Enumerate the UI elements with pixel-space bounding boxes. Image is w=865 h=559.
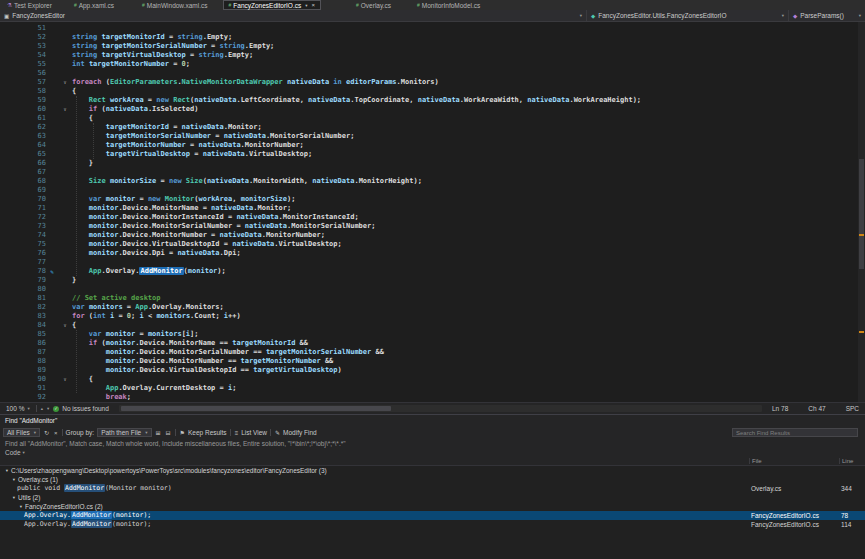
line-number[interactable]: 61 (0, 114, 46, 123)
code-text[interactable]: string targetMonitorId = string.Empty; (72, 33, 865, 42)
code-text[interactable] (72, 69, 865, 78)
member-dropdown[interactable]: ◆ ParseParams() ▾ (789, 10, 865, 21)
code-line[interactable]: 89 monitor.Device.VirtualDesktopId == ta… (0, 366, 865, 375)
code-text[interactable]: for (int i = 0; i < monitors.Count; i++) (72, 312, 865, 321)
code-line[interactable]: 71 monitor.Device.MonitorName = nativeDa… (0, 204, 865, 213)
code-text[interactable]: { (72, 321, 865, 330)
line-number[interactable]: 91 (0, 384, 46, 393)
result-match-row[interactable]: public void AddMonitor(Monitor monitor)O… (0, 484, 865, 493)
tab-dropdown-icon[interactable]: ▾ (305, 3, 307, 8)
code-text[interactable]: { (72, 375, 865, 384)
line-number[interactable]: 63 (0, 132, 46, 141)
line-number[interactable]: 52 (0, 33, 46, 42)
code-text[interactable]: targetMonitorNumber = nativeData.Monitor… (72, 141, 865, 150)
collapse-all-icon[interactable]: ⊟ (165, 429, 172, 436)
code-text[interactable]: monitor.Device.MonitorNumber = nativeDat… (72, 231, 865, 240)
code-text[interactable]: App.Overlay.CurrentDesktop = i; (72, 384, 865, 393)
line-number[interactable]: 75 (0, 240, 46, 249)
line-number[interactable]: 57 (0, 78, 46, 87)
code-line[interactable]: 73 monitor.Device.MonitorSerialNumber = … (0, 222, 865, 231)
zoom-dropdown[interactable]: 100 % ▾ (4, 405, 32, 412)
line-number[interactable]: 74 (0, 231, 46, 240)
space-mode-indicator[interactable]: SPC (846, 405, 859, 412)
code-line[interactable]: 63 targetMonitorSerialNumber = nativeDat… (0, 132, 865, 141)
code-line[interactable]: 78✎ App.Overlay.AddMonitor(monitor); (0, 267, 865, 276)
result-group-row[interactable]: ▾Utils (2) (0, 493, 865, 502)
code-text[interactable]: Rect workArea = new Rect(nativeData.Left… (72, 96, 865, 105)
type-dropdown[interactable]: ◆ FancyZonesEditor.Utils.FancyZonesEdito… (587, 10, 789, 21)
code-line[interactable]: 76 monitor.Device.Dpi = nativeData.Dpi; (0, 249, 865, 258)
code-line[interactable]: 64 targetMonitorNumber = nativeData.Moni… (0, 141, 865, 150)
code-text[interactable]: monitor.Device.MonitorSerialNumber == ta… (72, 348, 865, 357)
line-number[interactable]: 78 (0, 267, 46, 276)
line-number[interactable]: 66 (0, 159, 46, 168)
code-text[interactable]: { (72, 87, 865, 96)
line-number[interactable]: 70 (0, 195, 46, 204)
code-text[interactable]: var monitor = monitors[i]; (72, 330, 865, 339)
code-line[interactable]: 91 App.Overlay.CurrentDesktop = i; (0, 384, 865, 393)
code-line[interactable]: 60∨ if (nativeData.IsSelected) (0, 105, 865, 114)
line-number[interactable]: 92 (0, 393, 46, 402)
code-text[interactable]: monitor.Device.MonitorNumber == targetMo… (72, 357, 865, 366)
scrollbar-thumb[interactable] (859, 159, 864, 269)
line-number[interactable]: 89 (0, 366, 46, 375)
code-line[interactable]: 58{ (0, 87, 865, 96)
line-number[interactable]: 86 (0, 339, 46, 348)
code-text[interactable]: monitor.Device.Dpi = nativeData.Dpi; (72, 249, 865, 258)
code-line[interactable]: 55int targetMonitorNumber = 0; (0, 60, 865, 69)
document-tab[interactable]: #Overlay.cs (351, 0, 396, 10)
code-text[interactable]: monitor.Device.MonitorName = nativeData.… (72, 204, 865, 213)
line-number[interactable]: 80 (0, 285, 46, 294)
vertical-scrollbar[interactable] (858, 22, 865, 402)
search-results-input[interactable] (733, 430, 857, 436)
code-line[interactable]: 56 (0, 69, 865, 78)
fold-collapse-icon[interactable]: ∨ (58, 375, 72, 384)
code-text[interactable]: targetMonitorSerialNumber = nativeData.M… (72, 132, 865, 141)
code-line[interactable]: 57∨foreach (EditorParameters.NativeMonit… (0, 78, 865, 87)
code-text[interactable]: } (72, 276, 865, 285)
code-line[interactable]: 72 monitor.Device.MonitorInstanceId = na… (0, 213, 865, 222)
line-number[interactable]: 65 (0, 150, 46, 159)
code-text[interactable]: if (monitor.Device.MonitorName == target… (72, 339, 865, 348)
code-line[interactable]: 52string targetMonitorId = string.Empty; (0, 33, 865, 42)
expand-all-icon[interactable]: ⊞ (155, 429, 162, 436)
code-text[interactable]: foreach (EditorParameters.NativeMonitorD… (72, 78, 865, 87)
code-line[interactable]: 67 (0, 168, 865, 177)
code-line[interactable]: 51 (0, 24, 865, 33)
line-number[interactable]: 87 (0, 348, 46, 357)
line-number[interactable]: 60 (0, 105, 46, 114)
code-line[interactable]: 82var monitors = App.Overlay.Monitors; (0, 303, 865, 312)
document-health-indicator[interactable]: ✓ No issues found (53, 405, 109, 412)
prev-issue-icon[interactable]: ▴ (41, 406, 43, 411)
code-text[interactable]: string targetVirtualDesktop = string.Emp… (72, 51, 865, 60)
line-number[interactable]: 85 (0, 330, 46, 339)
scope-dropdown[interactable]: All Files ▾ (3, 428, 40, 437)
code-line[interactable]: 77 (0, 258, 865, 267)
search-results-box[interactable] (732, 428, 858, 437)
code-text[interactable]: } (72, 159, 865, 168)
code-line[interactable]: 80 (0, 285, 865, 294)
scrollbar-thumb[interactable] (121, 406, 391, 411)
repeat-find-icon[interactable]: ↻ (43, 429, 50, 436)
line-number[interactable]: 58 (0, 87, 46, 96)
project-dropdown[interactable]: ▣ FancyZonesEditor ▾ (0, 10, 587, 21)
code-line[interactable]: 83for (int i = 0; i < monitors.Count; i+… (0, 312, 865, 321)
line-number[interactable]: 84 (0, 321, 46, 330)
code-text[interactable] (72, 258, 865, 267)
line-number[interactable]: 76 (0, 249, 46, 258)
result-match-row[interactable]: App.Overlay.AddMonitor(monitor);FancyZon… (0, 520, 865, 529)
code-line[interactable]: 75 monitor.Device.VirtualDesktopId = nat… (0, 240, 865, 249)
result-group-row[interactable]: ▾FancyZonesEditorIO.cs (2) (0, 502, 865, 511)
modify-find-button[interactable]: ✎ Modify Find (274, 429, 317, 436)
code-line[interactable]: 54string targetVirtualDesktop = string.E… (0, 51, 865, 60)
document-tab[interactable]: #App.xaml.cs (69, 0, 119, 10)
code-text[interactable]: monitor.Device.VirtualDesktopId == targe… (72, 366, 865, 375)
expand-collapse-icon[interactable]: ▾ (17, 502, 25, 511)
code-line[interactable]: 69 (0, 186, 865, 195)
group-by-dropdown[interactable]: Path then File ▾ (97, 428, 151, 437)
code-text[interactable]: var monitor = new Monitor(workArea, moni… (72, 195, 865, 204)
code-editor[interactable]: 5152string targetMonitorId = string.Empt… (0, 22, 865, 402)
line-number[interactable]: 81 (0, 294, 46, 303)
line-number[interactable]: 73 (0, 222, 46, 231)
fold-collapse-icon[interactable]: ∨ (58, 321, 72, 330)
